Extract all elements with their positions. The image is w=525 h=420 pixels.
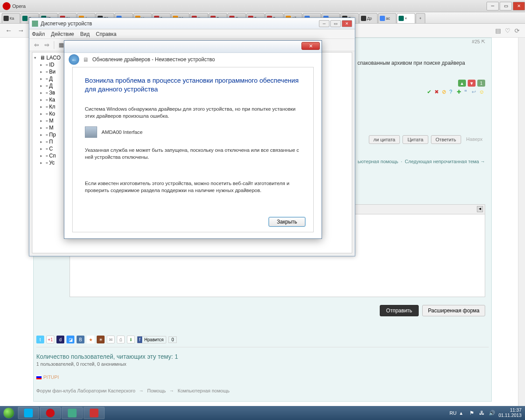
share-post-icon[interactable]: ⇱ — [481, 39, 485, 44]
smile-icon[interactable]: ☺ — [479, 89, 485, 95]
forward-button[interactable]: → — [16, 25, 26, 36]
dialog-titlebar[interactable]: ✕ — [64, 41, 322, 53]
print-icon[interactable]: ⎙ — [117, 336, 125, 343]
dialog-back-button[interactable]: ← — [69, 54, 79, 65]
favorite-icon[interactable]: ★ — [87, 336, 94, 343]
start-button[interactable] — [0, 406, 18, 420]
dialog-close-button[interactable]: ✕ — [301, 42, 320, 50]
vote-count: 1 — [477, 80, 485, 87]
lang-indicator[interactable]: RU — [450, 410, 457, 416]
opera-titlebar: Opera ─ ▭ ✕ — [0, 0, 525, 12]
new-tab-button[interactable]: + — [416, 13, 425, 23]
taskbar-app-opera[interactable] — [40, 407, 61, 419]
breadcrumb-link[interactable]: Компьютерная помощь — [178, 388, 230, 393]
tool-forward-icon[interactable]: ⇨ — [42, 41, 51, 49]
taskbar-app-skype[interactable] — [18, 407, 39, 419]
vk-icon[interactable]: B — [77, 336, 84, 343]
dialog-close-action-button[interactable]: Закрыть — [269, 217, 305, 227]
favicon-icon — [361, 16, 366, 21]
category-icon: ▫ — [46, 132, 48, 138]
tool-back-icon[interactable]: ⇦ — [32, 41, 41, 49]
warn-icon[interactable]: ⊘ — [442, 89, 448, 95]
post-vote-area: ▲ ▼ 1 ✔ ✖ ⊘ ? ✚ ❝ ↩ ☺ — [427, 80, 485, 95]
share-row: t +1 d ◪ B ★ ☀ ✉ ⎙ ⬇ f Нравится 0 — [36, 336, 177, 343]
advanced-form-button[interactable]: Расширенная форма — [422, 305, 485, 316]
digg-icon[interactable]: d — [56, 336, 64, 343]
bookmarks-icon[interactable]: ▤ — [495, 27, 502, 34]
quote-button[interactable]: Цитата — [402, 135, 428, 144]
device-small-icon: 🖥 — [83, 56, 89, 63]
delicious-icon[interactable]: ◪ — [66, 336, 74, 343]
tray-network-icon[interactable]: 🖧 — [479, 410, 485, 416]
crumb-dot: · — [401, 159, 402, 164]
category-icon: ▫ — [46, 104, 48, 110]
tray-flag-icon[interactable]: ⚑ — [469, 410, 476, 416]
vote-up-button[interactable]: ▲ — [458, 80, 466, 87]
next-unread-link[interactable]: Следующая непрочитанная тема → — [405, 159, 485, 164]
close-button[interactable]: ✕ — [513, 2, 525, 10]
reject-icon[interactable]: ✖ — [434, 89, 441, 95]
tray-chevron-icon[interactable]: ▴ — [460, 410, 466, 416]
favicon-icon — [22, 16, 28, 21]
reload-icon[interactable]: ⟳ — [514, 27, 522, 34]
vote-down-button[interactable]: ▼ — [468, 80, 476, 87]
devmgr-close-button[interactable]: ✕ — [342, 20, 352, 27]
devmgr-maximize-button[interactable]: ▭ — [330, 20, 341, 27]
devmgr-menu-item[interactable]: Файл — [32, 31, 45, 37]
flag-ru-icon — [36, 375, 42, 379]
crumb-section[interactable]: ьютерная помощь — [358, 159, 399, 164]
top-link[interactable]: Наверх — [464, 135, 485, 144]
category-icon: ▫ — [46, 125, 48, 131]
browser-tab[interactable]: Др — [359, 13, 378, 23]
gplus-icon[interactable]: +1 — [46, 336, 54, 343]
devmgr-titlebar[interactable]: Диспетчер устройств ─ ▭ ✕ — [29, 18, 355, 29]
reply-actions: Отправить Расширенная форма — [380, 305, 485, 316]
quote-icon[interactable]: ❝ — [464, 89, 470, 95]
reader-user[interactable]: PITUPI — [36, 374, 178, 380]
editor-toggle-button[interactable]: ◄ — [477, 206, 483, 212]
devmgr-menu: ФайлДействиеВидСправка — [29, 29, 355, 39]
tab-label: Ка — [10, 16, 14, 21]
breadcrumb-link[interactable]: Форум фан-клуба Лаборатории Касперского — [36, 388, 135, 393]
category-icon: ▫ — [46, 69, 48, 75]
category-icon: ▫ — [46, 97, 48, 103]
info-icon[interactable]: ? — [449, 89, 455, 95]
devmgr-minimize-button[interactable]: ─ — [319, 20, 329, 27]
taskbar-app-devmgr[interactable] — [62, 407, 83, 419]
devmgr-menu-item[interactable]: Действие — [51, 31, 74, 37]
reply-button[interactable]: Ответить — [431, 135, 461, 144]
devmgr-menu-item[interactable]: Справка — [96, 31, 116, 37]
heart-icon[interactable]: ♡ — [505, 27, 512, 34]
category-icon: ▫ — [46, 146, 48, 152]
email-icon[interactable]: ✉ — [107, 336, 115, 343]
taskbar-clock[interactable]: 11:37 01.11.2013 — [498, 408, 522, 418]
maximize-button[interactable]: ▭ — [500, 2, 512, 10]
twitter-icon[interactable]: t — [36, 336, 44, 343]
favicon-icon — [4, 16, 9, 21]
readers-block: Количество пользователей, читающих эту т… — [36, 353, 178, 380]
fb-like-count: 0 — [168, 336, 177, 343]
fb-like-button[interactable]: f Нравится — [137, 336, 166, 343]
add-icon[interactable]: ✚ — [457, 89, 463, 95]
download-icon[interactable]: ⬇ — [127, 336, 135, 343]
category-icon: ▫ — [46, 90, 48, 96]
browser-tab[interactable]: Ка — [2, 13, 20, 23]
back-button[interactable]: ← — [4, 25, 14, 36]
accept-icon[interactable]: ✔ — [427, 89, 433, 95]
browser-tab[interactable]: × — [397, 13, 415, 23]
vertical-scrollbar[interactable] — [518, 38, 525, 406]
multiquote-button[interactable]: ли цитата — [369, 135, 400, 144]
tray-volume-icon[interactable]: 🔊 — [489, 410, 495, 416]
minimize-button[interactable]: ─ — [486, 2, 499, 10]
devmgr-menu-item[interactable]: Вид — [80, 31, 90, 37]
breadcrumb-link[interactable]: Помощь — [147, 388, 166, 393]
taskbar-app-toolbox[interactable] — [84, 407, 105, 419]
rss-icon[interactable]: ☀ — [97, 336, 105, 343]
browser-tab[interactable]: ас — [378, 13, 396, 23]
send-button[interactable]: Отправить — [380, 305, 419, 316]
favicon-icon — [380, 16, 385, 21]
link-icon[interactable]: ↩ — [472, 89, 478, 95]
post-number[interactable]: #25 ⇱ — [472, 39, 485, 45]
separator — [36, 347, 489, 347]
dialog-p2: Указанная служба не может быть запущена,… — [85, 147, 301, 161]
